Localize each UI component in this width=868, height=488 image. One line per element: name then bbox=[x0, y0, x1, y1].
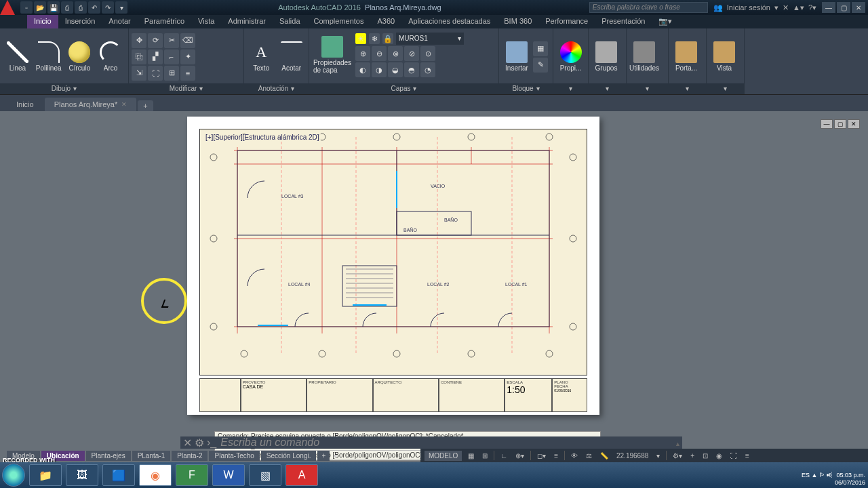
cmd-expand-icon[interactable]: ▲ bbox=[675, 441, 681, 447]
system-tray[interactable]: ES ▲ 🏳 🕬 05:03 p.m.06/07/2016 bbox=[802, 472, 865, 487]
osnap-icon[interactable]: ◻▾ bbox=[535, 452, 548, 460]
dimension-button[interactable]: Acotar bbox=[277, 40, 307, 73]
tab-anotar[interactable]: Anotar bbox=[102, 15, 137, 28]
doc-tab-file[interactable]: Planos Arq.Mireya*✕ bbox=[45, 98, 137, 111]
chevron-down-icon[interactable]: ▾ bbox=[413, 83, 416, 94]
layer-selector[interactable]: MUROS1▾ bbox=[396, 33, 464, 45]
polyline-button[interactable]: Polilinea bbox=[34, 40, 64, 73]
stretch-icon[interactable]: ⇲ bbox=[132, 66, 146, 81]
cmd-close-icon[interactable]: ✕ bbox=[183, 436, 192, 449]
qat-open-icon[interactable]: 📂 bbox=[34, 1, 46, 14]
vp-restore-icon[interactable]: ▢ bbox=[834, 119, 846, 129]
layer-tool-icon[interactable]: ⊗ bbox=[388, 46, 403, 61]
qat-print-icon[interactable]: ⎙ bbox=[75, 1, 87, 14]
qat-more-icon[interactable]: ▾ bbox=[115, 1, 127, 14]
chevron-down-icon[interactable]: ▾ bbox=[291, 83, 294, 94]
chevron-down-icon[interactable]: ▾ bbox=[686, 83, 689, 94]
tab-bim360[interactable]: BIM 360 bbox=[497, 15, 538, 28]
qat-new-icon[interactable]: ▫ bbox=[20, 1, 33, 14]
layer-tool-icon[interactable]: ⊕ bbox=[355, 46, 370, 61]
viewport-label[interactable]: [+][Superior][Estructura alámbrica 2D] bbox=[204, 134, 321, 141]
groups-button[interactable]: Grupos bbox=[591, 40, 621, 73]
autodesk-icon[interactable]: ▲▾ bbox=[793, 3, 804, 12]
tab-parametrico[interactable]: Paramétrico bbox=[138, 15, 191, 28]
taskbar-app-icon[interactable]: 🖼 bbox=[66, 464, 98, 486]
floor-plan-drawing[interactable]: [+][Superior][Estructura alámbrica 2D] bbox=[199, 129, 587, 375]
layer-tool-icon[interactable]: ◔ bbox=[420, 62, 435, 77]
insert-button[interactable]: Insertar bbox=[502, 40, 532, 73]
circle-button[interactable]: Círculo bbox=[65, 40, 95, 73]
taskbar-word-icon[interactable]: W bbox=[212, 464, 245, 486]
layer-lock-icon[interactable]: 🔒 bbox=[382, 33, 393, 44]
layer-on-icon[interactable]: ☀ bbox=[355, 33, 366, 44]
qat-redo-icon[interactable]: ↷ bbox=[102, 1, 114, 14]
chevron-down-icon[interactable]: ▾ bbox=[536, 83, 540, 94]
signin-dropdown-icon[interactable]: ▾ bbox=[774, 3, 778, 12]
ortho-icon[interactable]: ∟ bbox=[498, 452, 509, 460]
utilities-button[interactable]: Utilidades bbox=[629, 40, 659, 73]
layer-tool-icon[interactable]: ◒ bbox=[388, 62, 403, 77]
copy-icon[interactable]: ⿻ bbox=[132, 49, 146, 64]
infocenter-icon[interactable]: 👥 bbox=[713, 3, 723, 12]
layer-tool-icon[interactable]: ⊘ bbox=[404, 46, 419, 61]
qat-saveas-icon[interactable]: ⎙ bbox=[61, 1, 73, 14]
annotation-scale-icon[interactable]: 👁 bbox=[569, 452, 580, 460]
close-button[interactable]: ✕ bbox=[852, 2, 865, 13]
chevron-down-icon[interactable]: ▾ bbox=[724, 83, 727, 94]
arc-button[interactable]: Arco bbox=[96, 40, 125, 73]
layer-tool-icon[interactable]: ◑ bbox=[372, 62, 387, 77]
qat-undo-icon[interactable]: ↶ bbox=[88, 1, 100, 14]
hardware-accel-icon[interactable]: ◉ bbox=[714, 452, 724, 460]
chevron-down-icon[interactable]: ▾ bbox=[199, 83, 203, 94]
fillet-icon[interactable]: ⌐ bbox=[164, 49, 179, 64]
tab-complementos[interactable]: Complementos bbox=[307, 15, 371, 28]
customize-icon[interactable]: ≡ bbox=[743, 452, 751, 460]
chevron-down-icon[interactable]: ▾ bbox=[569, 83, 572, 94]
offset-icon[interactable]: ≡ bbox=[180, 66, 195, 81]
view-button[interactable]: Vista bbox=[709, 40, 739, 73]
tab-performance[interactable]: Performance bbox=[538, 15, 595, 28]
add-layout-button[interactable]: + bbox=[317, 451, 330, 461]
taskbar-autocad-icon[interactable]: A bbox=[285, 464, 318, 486]
cmd-customize-icon[interactable]: ⚙ bbox=[195, 436, 204, 449]
block-create-icon[interactable]: ▦ bbox=[533, 41, 548, 56]
signin-button[interactable]: Iniciar sesión bbox=[727, 3, 770, 12]
annotation-scale-icon[interactable]: 📏 bbox=[598, 452, 610, 460]
vp-close-icon[interactable]: ✕ bbox=[848, 119, 860, 129]
scale-value[interactable]: 22.196688 bbox=[614, 452, 650, 460]
drawing-viewport[interactable]: — ▢ ✕ [+][Superior][Estructura alámbrica… bbox=[0, 111, 868, 447]
lock-ui-icon[interactable]: + bbox=[688, 452, 696, 460]
clean-screen-icon[interactable]: ⛶ bbox=[728, 452, 739, 460]
layout-tab[interactable]: PLanta-1 bbox=[132, 451, 171, 461]
erase-icon[interactable]: ⌫ bbox=[180, 33, 195, 48]
close-tab-icon[interactable]: ✕ bbox=[121, 101, 127, 108]
taskbar-explorer-icon[interactable]: 📁 bbox=[29, 464, 62, 486]
chevron-down-icon[interactable]: ▾ bbox=[606, 83, 609, 94]
tab-vista[interactable]: Vista bbox=[191, 15, 221, 28]
taskbar-app-icon[interactable]: F bbox=[176, 464, 208, 486]
tab-inicio[interactable]: Inicio bbox=[27, 15, 58, 28]
block-edit-icon[interactable]: ✎ bbox=[533, 58, 548, 73]
minimize-button[interactable]: — bbox=[822, 2, 835, 13]
lineweight-icon[interactable]: ≡ bbox=[552, 452, 560, 460]
layout-tab[interactable]: Planta-2 bbox=[172, 451, 208, 461]
chevron-down-icon[interactable]: ▾ bbox=[646, 83, 649, 94]
exchange-icon[interactable]: ✕ bbox=[783, 3, 789, 12]
scale-icon[interactable]: ⛶ bbox=[148, 66, 163, 81]
polar-icon[interactable]: ⊕▾ bbox=[513, 452, 526, 460]
text-button[interactable]: ATexto bbox=[247, 40, 276, 73]
tab-salida[interactable]: Salida bbox=[273, 15, 307, 28]
grid-icon[interactable]: ▦ bbox=[466, 452, 476, 460]
space-toggle-button[interactable]: MODELO bbox=[425, 451, 462, 461]
layout-dropdown-icon[interactable]: ▾ bbox=[331, 452, 340, 460]
explode-icon[interactable]: ✦ bbox=[180, 49, 195, 64]
taskbar-app-icon[interactable]: ▧ bbox=[249, 464, 281, 486]
layer-tool-icon[interactable]: ◓ bbox=[404, 62, 419, 77]
tab-presentacion[interactable]: Presentación bbox=[595, 15, 652, 28]
properties-button[interactable]: Propi... bbox=[556, 40, 585, 73]
tab-camera-icon[interactable]: 📷▾ bbox=[652, 15, 679, 28]
layer-properties-button[interactable]: Propiedades de capa bbox=[312, 35, 353, 75]
clipboard-button[interactable]: Porta... bbox=[671, 40, 701, 73]
layer-tool-icon[interactable]: ⊖ bbox=[372, 46, 387, 61]
isolate-icon[interactable]: ⊡ bbox=[701, 452, 710, 460]
